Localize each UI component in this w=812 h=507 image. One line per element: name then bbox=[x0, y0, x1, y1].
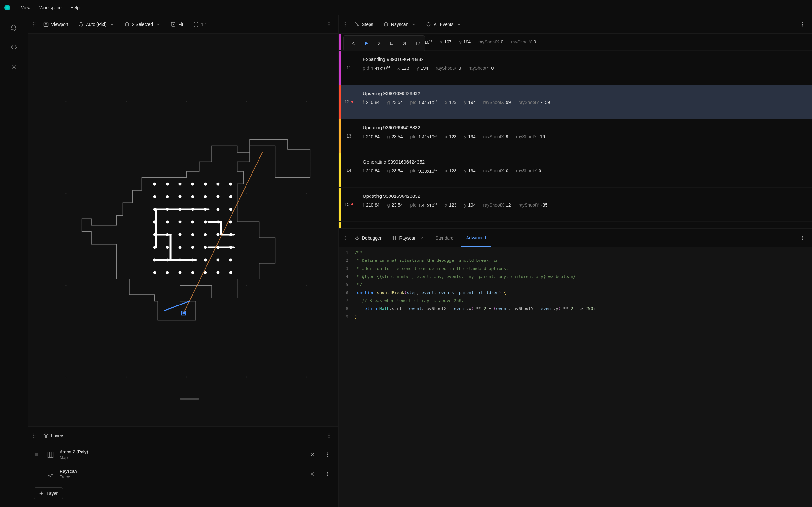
tab-standard[interactable]: Standard bbox=[430, 230, 459, 246]
breakpoint-dot bbox=[351, 204, 353, 205]
svg-point-65 bbox=[179, 233, 182, 236]
layer-title: Arena 2 (Poly) bbox=[60, 449, 302, 454]
kv-key: y bbox=[459, 39, 461, 44]
menu-view[interactable]: View bbox=[16, 3, 35, 12]
menubar: View Workspace Help bbox=[0, 0, 812, 15]
remove-layer-button[interactable] bbox=[307, 470, 317, 478]
remove-layer-button[interactable] bbox=[307, 451, 317, 458]
menu-workspace[interactable]: Workspace bbox=[35, 3, 66, 12]
svg-point-25 bbox=[246, 193, 247, 194]
rocket-icon[interactable] bbox=[10, 24, 17, 31]
event-row[interactable]: 14 Generating 93901696424352 f210.84g23.… bbox=[339, 153, 812, 187]
code-body[interactable]: /** * Define in what situations the debu… bbox=[351, 247, 812, 507]
kv-value: 0 bbox=[501, 39, 503, 44]
debugger-title-chip: Debugger bbox=[351, 233, 386, 242]
debugger-source-dropdown[interactable]: Rayscan bbox=[388, 233, 428, 242]
svg-point-71 bbox=[166, 245, 169, 249]
svg-point-84 bbox=[153, 271, 156, 274]
kv-key: y bbox=[464, 203, 466, 208]
event-number: 11 bbox=[341, 51, 357, 84]
kv-value: 194 bbox=[468, 134, 475, 139]
layers-more-button[interactable] bbox=[324, 432, 334, 440]
code-icon[interactable] bbox=[10, 44, 17, 51]
zoom-button[interactable]: 1:1 bbox=[190, 20, 211, 29]
play-button[interactable] bbox=[361, 38, 372, 49]
steps-icon bbox=[354, 22, 359, 27]
layer-subtitle: Trace bbox=[60, 474, 302, 479]
svg-point-72 bbox=[179, 245, 182, 249]
menu-help[interactable]: Help bbox=[66, 3, 84, 12]
kv-key: rayShootY bbox=[511, 39, 531, 44]
step-next-button[interactable] bbox=[373, 38, 385, 49]
svg-line-100 bbox=[183, 153, 263, 314]
renderer-dropdown[interactable]: Auto (Pixi) bbox=[74, 20, 118, 29]
viewport-canvas[interactable] bbox=[28, 34, 339, 426]
fit-button[interactable]: Fit bbox=[167, 20, 187, 29]
event-row[interactable]: 13 Updating 93901696428832 f210.84g23.54… bbox=[339, 119, 812, 153]
viewport-title-chip[interactable]: Viewport bbox=[40, 20, 72, 29]
code-editor[interactable]: 123456789 /** * Define in what situation… bbox=[339, 247, 812, 507]
kv-value: 1.41x1014 bbox=[418, 100, 438, 105]
layer-row[interactable]: Rayscan Trace bbox=[28, 464, 339, 484]
add-layer-label: Layer bbox=[47, 491, 58, 496]
kv-value: 194 bbox=[468, 203, 475, 208]
gear-icon[interactable] bbox=[10, 63, 17, 70]
chevron-down-icon bbox=[420, 236, 424, 240]
viewport-toolbar: Viewport Auto (Pixi) 2 Selected Fit bbox=[28, 15, 339, 34]
event-title: Expanding 93901696428832 bbox=[363, 56, 806, 62]
severity-stripe bbox=[339, 153, 341, 187]
layer-more-button[interactable] bbox=[322, 451, 333, 458]
skip-end-button[interactable] bbox=[399, 38, 410, 49]
kv-value: 123 bbox=[402, 66, 409, 71]
svg-point-28 bbox=[246, 285, 247, 286]
kv-value: 210.84 bbox=[366, 168, 380, 173]
event-list[interactable]: f204.83g8.6pId1.41x1014x107y194rayShootX… bbox=[339, 34, 812, 228]
viewport-more-button[interactable] bbox=[324, 20, 334, 28]
svg-point-19 bbox=[65, 101, 66, 102]
svg-point-86 bbox=[179, 271, 182, 274]
grip-icon[interactable] bbox=[343, 22, 347, 27]
svg-point-90 bbox=[229, 271, 232, 274]
event-row[interactable]: 15 Updating 93901696428832 f210.84g23.54… bbox=[339, 187, 812, 222]
kv-key: f bbox=[363, 203, 364, 208]
kv-value: 1.41x1014 bbox=[418, 203, 438, 208]
event-row[interactable]: 12 Updating 93901696428832 f210.84g23.54… bbox=[339, 85, 812, 119]
kv-value: -159 bbox=[541, 100, 550, 105]
kv-key: f bbox=[363, 100, 364, 105]
svg-point-29 bbox=[306, 285, 307, 286]
svg-point-87 bbox=[191, 271, 194, 274]
drag-handle-icon[interactable] bbox=[34, 452, 41, 457]
drag-handle-icon[interactable] bbox=[34, 471, 41, 476]
steps-filter-label: All Events bbox=[434, 22, 453, 27]
event-row[interactable]: 11 Expanding 93901696428832 pId1.41x1014… bbox=[339, 51, 812, 85]
add-layer-button[interactable]: Layer bbox=[34, 487, 63, 499]
grip-icon[interactable] bbox=[32, 433, 36, 438]
circle-icon bbox=[426, 22, 431, 27]
steps-more-button[interactable] bbox=[798, 20, 808, 28]
selection-dropdown[interactable]: 2 Selected bbox=[120, 20, 164, 29]
svg-point-32 bbox=[186, 377, 187, 378]
layers-icon bbox=[392, 235, 397, 240]
tab-advanced[interactable]: Advanced bbox=[461, 229, 491, 246]
kv-value: 23.54 bbox=[392, 203, 403, 208]
kv-value: 194 bbox=[468, 168, 475, 173]
layers-title: Layers bbox=[51, 433, 64, 438]
steps-filter-dropdown[interactable]: All Events bbox=[422, 20, 465, 29]
svg-point-21 bbox=[186, 101, 187, 102]
kv-key: rayShootY bbox=[468, 66, 489, 71]
debugger-more-button[interactable] bbox=[798, 234, 808, 242]
layer-row[interactable]: Arena 2 (Poly) Map bbox=[28, 445, 339, 464]
event-number: 16 bbox=[341, 222, 357, 228]
selection-label: 2 Selected bbox=[132, 22, 153, 27]
svg-point-73 bbox=[191, 245, 194, 249]
grip-icon[interactable] bbox=[32, 22, 36, 27]
svg-point-26 bbox=[306, 193, 307, 194]
kv-key: rayShootY bbox=[516, 134, 537, 139]
event-row[interactable]: 16 Generating 93901696295696 bbox=[339, 222, 812, 228]
step-prev-button[interactable] bbox=[348, 38, 359, 49]
debugger-title: Debugger bbox=[362, 235, 382, 240]
stop-button[interactable] bbox=[386, 38, 397, 49]
grip-icon[interactable] bbox=[343, 235, 347, 240]
steps-source-dropdown[interactable]: Rayscan bbox=[380, 20, 420, 29]
layer-more-button[interactable] bbox=[322, 470, 333, 478]
